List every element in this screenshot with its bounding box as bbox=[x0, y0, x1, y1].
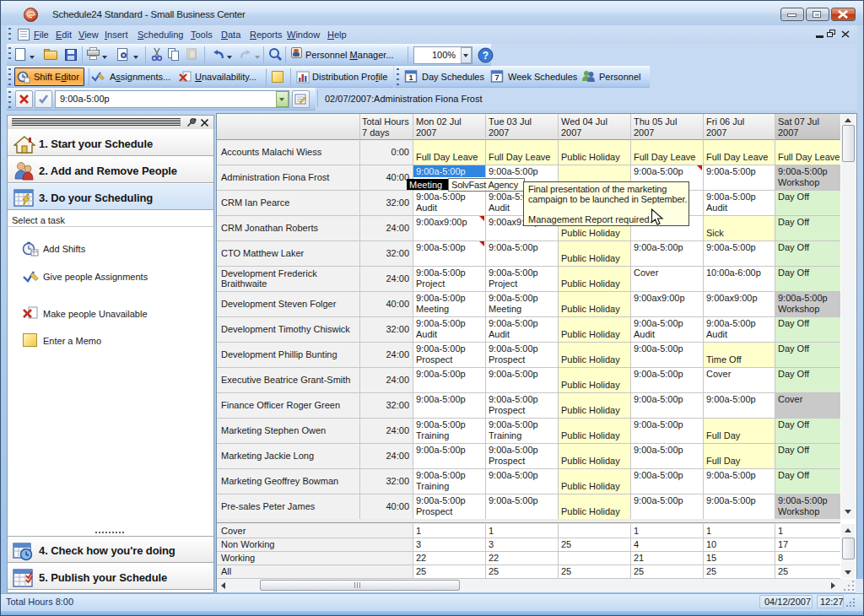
svg-text:7: 7 bbox=[494, 73, 499, 82]
svg-text:?: ? bbox=[483, 50, 489, 62]
svg-text:1: 1 bbox=[408, 73, 413, 82]
